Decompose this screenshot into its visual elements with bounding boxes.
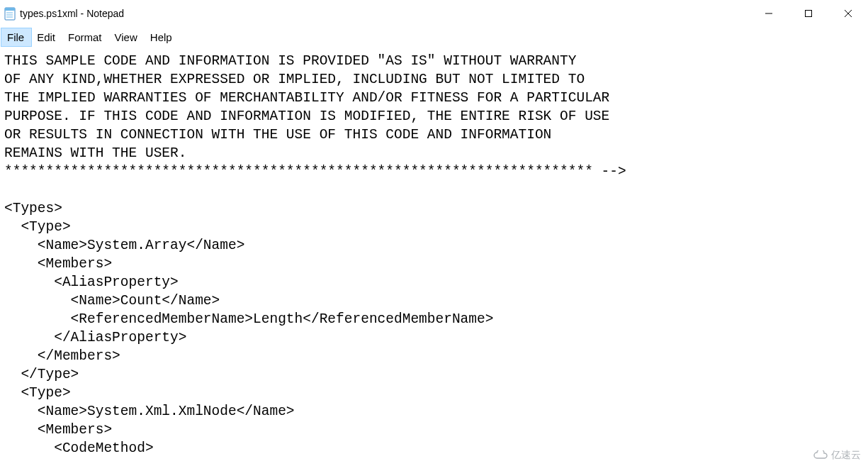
menu-file[interactable]: File [1,28,31,46]
menu-format[interactable]: Format [62,28,109,46]
watermark-text: 亿速云 [831,449,861,462]
window-controls [749,0,868,27]
svg-rect-1 [5,8,15,11]
title-bar: types.ps1xml - Notepad [0,0,868,27]
window-title: types.ps1xml - Notepad [20,8,124,19]
notepad-icon [4,6,16,21]
menu-edit[interactable]: Edit [31,28,62,46]
minimize-button[interactable] [749,0,789,27]
close-button[interactable] [828,0,868,27]
menu-view[interactable]: View [109,28,145,46]
text-editor[interactable]: THIS SAMPLE CODE AND INFORMATION IS PROV… [0,48,868,457]
svg-rect-6 [806,11,812,17]
menu-bar: File Edit Format View Help [0,27,868,48]
menu-help[interactable]: Help [145,28,179,46]
watermark: 亿速云 [813,449,861,462]
maximize-button[interactable] [789,0,828,27]
